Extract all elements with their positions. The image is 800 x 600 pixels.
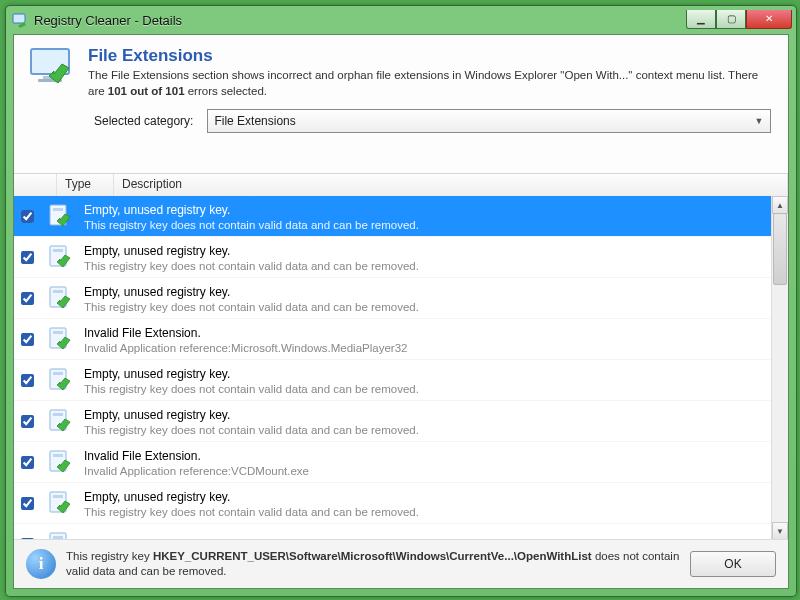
svg-rect-10 xyxy=(53,290,63,293)
row-text: Empty, unused registry key.This registry… xyxy=(80,363,772,398)
row-detail: This registry key does not contain valid… xyxy=(84,259,766,275)
row-text: Empty, unused registry key.This registry… xyxy=(80,281,772,316)
row-title: Empty, unused registry key. xyxy=(84,366,766,382)
close-button[interactable]: ✕ xyxy=(746,10,792,29)
column-header[interactable]: Type Description xyxy=(14,174,788,197)
svg-rect-18 xyxy=(53,454,63,457)
file-extension-icon xyxy=(40,448,80,476)
row-text: Invalid File Extension.Invalid Applicati… xyxy=(80,445,772,480)
row-detail: This registry key does not contain valid… xyxy=(84,218,766,234)
row-title: Empty, unused registry key. xyxy=(84,243,766,259)
file-extension-icon xyxy=(40,202,80,230)
app-icon xyxy=(12,12,28,28)
minimize-button[interactable]: ▁ xyxy=(686,10,716,29)
row-checkbox[interactable] xyxy=(14,248,40,267)
svg-rect-0 xyxy=(13,14,25,23)
section-title: File Extensions xyxy=(88,46,774,66)
file-extension-icon xyxy=(40,325,80,353)
row-title: Empty, unused registry key. xyxy=(84,489,766,505)
row-title: Empty, unused registry key. xyxy=(84,202,766,218)
row-text: Empty, unused registry key.This registry… xyxy=(80,199,772,234)
svg-rect-16 xyxy=(53,413,63,416)
row-title: Invalid File Extension. xyxy=(84,325,766,341)
category-label: Selected category: xyxy=(94,114,193,128)
svg-rect-20 xyxy=(53,495,63,498)
row-detail: This registry key does not contain valid… xyxy=(84,300,766,316)
row-checkbox[interactable] xyxy=(14,494,40,513)
table-row[interactable]: Empty, unused registry key.This registry… xyxy=(14,483,772,524)
table-row[interactable]: Empty, unused registry key.This registry… xyxy=(14,401,772,442)
vertical-scrollbar[interactable]: ▲ ▼ xyxy=(771,196,788,540)
row-text: Invalid File Extension.Invalid Applicati… xyxy=(80,322,772,357)
row-detail: This registry key does not contain valid… xyxy=(84,505,766,521)
category-combobox[interactable]: File Extensions ▼ xyxy=(207,109,771,133)
table-row[interactable]: Invalid File Extension.Invalid Applicati… xyxy=(14,319,772,360)
table-row[interactable]: Empty, unused registry key. xyxy=(14,524,772,540)
svg-rect-14 xyxy=(53,372,63,375)
app-window: Registry Cleaner - Details ▁ ▢ ✕ File Ex… xyxy=(5,5,797,597)
row-text: Empty, unused registry key.This registry… xyxy=(80,240,772,275)
monitor-check-icon xyxy=(28,46,76,88)
maximize-button[interactable]: ▢ xyxy=(716,10,746,29)
window-buttons: ▁ ▢ ✕ xyxy=(686,10,792,29)
scroll-up-button[interactable]: ▲ xyxy=(772,196,788,214)
row-text: Empty, unused registry key.This registry… xyxy=(80,404,772,439)
file-extension-icon xyxy=(40,243,80,271)
row-title: Empty, unused registry key. xyxy=(84,407,766,423)
row-checkbox[interactable] xyxy=(14,289,40,308)
row-text: Empty, unused registry key.This registry… xyxy=(80,486,772,521)
svg-rect-12 xyxy=(53,331,63,334)
scroll-down-button[interactable]: ▼ xyxy=(772,522,788,540)
info-icon: i xyxy=(26,549,56,579)
row-checkbox[interactable] xyxy=(14,207,40,226)
table-row[interactable]: Empty, unused registry key.This registry… xyxy=(14,237,772,278)
scroll-thumb[interactable] xyxy=(773,213,787,285)
section-description: The File Extensions section shows incorr… xyxy=(88,68,774,99)
file-extension-icon xyxy=(40,366,80,394)
col-description[interactable]: Description xyxy=(114,174,788,196)
rows-container: Empty, unused registry key.This registry… xyxy=(14,196,772,540)
header: File Extensions The File Extensions sect… xyxy=(14,35,788,105)
file-extension-icon xyxy=(40,284,80,312)
window-title: Registry Cleaner - Details xyxy=(34,13,686,28)
row-checkbox[interactable] xyxy=(14,412,40,431)
row-title: Empty, unused registry key. xyxy=(84,284,766,300)
table-row[interactable]: Empty, unused registry key.This registry… xyxy=(14,278,772,319)
titlebar[interactable]: Registry Cleaner - Details ▁ ▢ ✕ xyxy=(6,6,796,32)
chevron-down-icon: ▼ xyxy=(751,113,766,128)
row-detail: This registry key does not contain valid… xyxy=(84,423,766,439)
client-area: File Extensions The File Extensions sect… xyxy=(13,34,789,589)
file-extension-icon xyxy=(40,407,80,435)
row-checkbox[interactable] xyxy=(14,371,40,390)
category-selected: File Extensions xyxy=(214,114,295,128)
file-extension-icon xyxy=(40,489,80,517)
svg-rect-8 xyxy=(53,249,63,252)
row-title: Invalid File Extension. xyxy=(84,448,766,464)
table-row[interactable]: Invalid File Extension.Invalid Applicati… xyxy=(14,442,772,483)
row-detail: Invalid Application reference:Microsoft.… xyxy=(84,341,766,357)
results-grid: Type Description Empty, unused registry … xyxy=(14,173,788,540)
row-detail: Invalid Application reference:VCDMount.e… xyxy=(84,464,766,480)
table-row[interactable]: Empty, unused registry key.This registry… xyxy=(14,360,772,401)
row-checkbox[interactable] xyxy=(14,453,40,472)
footer-message: This registry key HKEY_CURRENT_USER\Soft… xyxy=(66,549,680,579)
table-row[interactable]: Empty, unused registry key.This registry… xyxy=(14,196,772,237)
row-checkbox[interactable] xyxy=(14,330,40,349)
svg-rect-6 xyxy=(53,208,63,211)
footer: i This registry key HKEY_CURRENT_USER\So… xyxy=(14,539,788,588)
category-row: Selected category: File Extensions ▼ xyxy=(14,105,788,143)
row-detail: This registry key does not contain valid… xyxy=(84,382,766,398)
col-type[interactable]: Type xyxy=(57,174,114,196)
ok-button[interactable]: OK xyxy=(690,551,776,577)
